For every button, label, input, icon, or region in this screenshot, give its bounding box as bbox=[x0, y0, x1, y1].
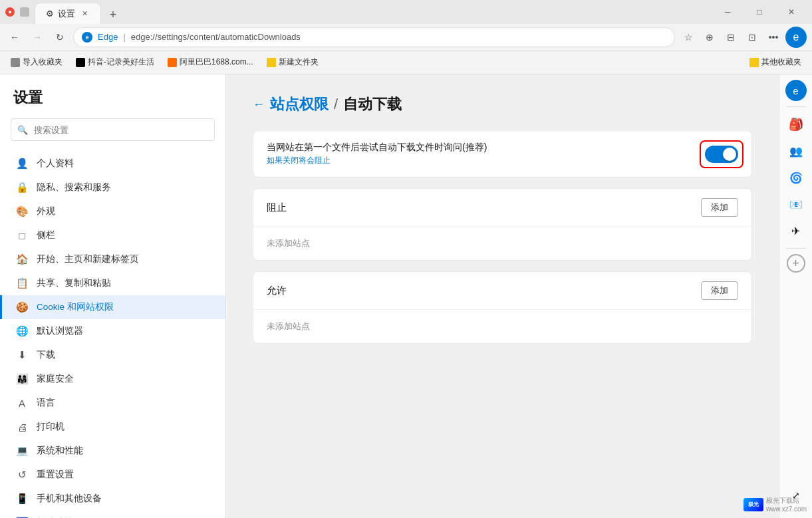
edge-sidebar-plane-icon[interactable]: ✈ bbox=[784, 219, 808, 243]
sidebar-nav-item-7[interactable]: 🌐 默认浏览器 bbox=[0, 319, 225, 343]
bookmark-other[interactable]: 其他收藏夹 bbox=[744, 55, 807, 70]
edge-sidebar-circle-icon[interactable]: 🌀 bbox=[784, 166, 808, 190]
breadcrumb-back-button[interactable]: ← bbox=[253, 98, 265, 112]
sidebar-nav-item-4[interactable]: 🏠 开始、主页和新建标签页 bbox=[0, 247, 225, 271]
bookmark-alibaba-label: 阿里巴巴1688.com... bbox=[180, 57, 253, 68]
sidebar-nav-item-5[interactable]: 📋 共享、复制和粘贴 bbox=[0, 271, 225, 295]
bookmark-tiktok[interactable]: 抖音-记录美好生活 bbox=[70, 55, 160, 70]
sidebar-nav-item-14[interactable]: 📱 手机和其他设备 bbox=[0, 487, 225, 511]
close-button[interactable]: ✕ bbox=[776, 0, 807, 24]
sidebar-nav-item-2[interactable]: 🎨 外观 bbox=[0, 199, 225, 223]
url-bar[interactable]: e Edge | edge://settings/content/automat… bbox=[73, 27, 675, 47]
nav-label-11: 打印机 bbox=[37, 421, 65, 433]
forward-button[interactable]: → bbox=[28, 28, 47, 47]
auto-download-toggle[interactable] bbox=[705, 146, 738, 163]
edge-sidebar-add-button[interactable]: + bbox=[787, 254, 805, 273]
more-button[interactable]: ••• bbox=[764, 28, 783, 47]
tab-close-button[interactable]: ✕ bbox=[79, 9, 90, 19]
block-empty-text: 未添加站点 bbox=[253, 227, 751, 260]
addressbar: ← → ↻ e Edge | edge://settings/content/a… bbox=[0, 24, 812, 51]
maximize-button[interactable]: □ bbox=[744, 0, 775, 24]
minimize-button[interactable]: ─ bbox=[712, 0, 743, 24]
nav-icon-14: 📱 bbox=[15, 492, 29, 505]
split-button[interactable]: ⊟ bbox=[722, 28, 740, 47]
nav-icon-2: 🎨 bbox=[15, 205, 29, 218]
nav-icon-1: 🔒 bbox=[15, 181, 29, 194]
sidebar-nav-item-1[interactable]: 🔒 隐私、搜索和服务 bbox=[0, 176, 225, 199]
bookmark-newfolder[interactable]: 新建文件夹 bbox=[261, 55, 324, 70]
search-input[interactable] bbox=[11, 118, 215, 141]
sidebar-nav-item-11[interactable]: 🖨 打印机 bbox=[0, 415, 225, 439]
traffic-light[interactable]: ● bbox=[5, 7, 15, 17]
settings-main: ← 站点权限 / 自动下载 当网站在第一个文件后尝试自动下载文件时询问(推荐) … bbox=[226, 74, 779, 518]
tab-strip-toggle[interactable] bbox=[20, 7, 29, 17]
nav-label-5: 共享、复制和粘贴 bbox=[37, 277, 111, 289]
bookmark-import[interactable]: 导入收藏夹 bbox=[5, 55, 68, 70]
nav-label-10: 语言 bbox=[37, 397, 55, 409]
settings-title: 设置 bbox=[0, 88, 225, 118]
toggle-label: 当网站在第一个文件后尝试自动下载文件时询问(推荐) bbox=[267, 142, 697, 154]
watermark-logo: 极光 bbox=[744, 498, 763, 511]
refresh-button[interactable]: ↻ bbox=[51, 28, 69, 47]
collections-button[interactable]: ⊕ bbox=[700, 28, 719, 47]
nav-label-7: 默认浏览器 bbox=[37, 325, 83, 337]
nav-icon-10: A bbox=[15, 396, 29, 410]
nav-icon-4: 🏠 bbox=[15, 253, 29, 266]
edge-sidebar-briefcase-icon[interactable]: 🎒 bbox=[784, 112, 808, 136]
allow-add-button[interactable]: 添加 bbox=[701, 281, 738, 300]
nav-icon-8: ⬇ bbox=[15, 348, 29, 362]
nav-icon-0: 👤 bbox=[15, 157, 29, 170]
url-separator: | bbox=[123, 32, 125, 42]
sidebar-nav-item-8[interactable]: ⬇ 下载 bbox=[0, 343, 225, 367]
block-add-button[interactable]: 添加 bbox=[701, 198, 738, 217]
bookmark-newfolder-label: 新建文件夹 bbox=[279, 57, 319, 68]
bookmark-alibaba[interactable]: 阿里巴巴1688.com... bbox=[162, 55, 259, 70]
breadcrumb-current: 自动下载 bbox=[343, 94, 402, 114]
profile-button[interactable]: ⊡ bbox=[743, 28, 761, 47]
bookmarks-bar: 导入收藏夹 抖音-记录美好生活 阿里巴巴1688.com... 新建文件夹 其他… bbox=[0, 51, 812, 74]
edge-sidebar-sep1 bbox=[786, 106, 806, 107]
bookmark-alibaba-icon bbox=[168, 58, 177, 67]
new-tab-button[interactable]: + bbox=[104, 5, 122, 24]
nav-label-3: 侧栏 bbox=[37, 229, 55, 241]
edge-sidebar-user-icon[interactable]: e bbox=[785, 80, 807, 101]
breadcrumb: ← 站点权限 / 自动下载 bbox=[253, 94, 752, 114]
nav-label-12: 系统和性能 bbox=[37, 445, 83, 457]
edge-brand-label: Edge bbox=[98, 32, 118, 42]
sidebar-nav-item-6[interactable]: 🍪 Cookie 和网站权限 bbox=[0, 295, 225, 319]
search-icon: 🔍 bbox=[17, 125, 28, 135]
sidebar-nav-item-13[interactable]: ↺ 重置设置 bbox=[0, 463, 225, 487]
titlebar: ● ⚙ 设置 ✕ + ─ □ ✕ bbox=[0, 0, 812, 24]
breadcrumb-separator: / bbox=[334, 96, 338, 113]
sidebar-nav-item-0[interactable]: 👤 个人资料 bbox=[0, 152, 225, 176]
allow-empty-text: 未添加站点 bbox=[253, 310, 751, 343]
sidebar-nav-item-3[interactable]: □ 侧栏 bbox=[0, 223, 225, 247]
block-section-card: 阻止 添加 未添加站点 bbox=[253, 188, 752, 261]
edge-sidebar-mail-icon[interactable]: 📧 bbox=[784, 192, 808, 216]
nav-label-13: 重置设置 bbox=[37, 469, 74, 481]
nav-label-9: 家庭安全 bbox=[37, 373, 74, 385]
bookmark-import-icon bbox=[11, 58, 20, 67]
addressbar-icons: ☆ ⊕ ⊟ ⊡ ••• e bbox=[679, 27, 807, 48]
back-button[interactable]: ← bbox=[5, 28, 24, 47]
nav-label-4: 开始、主页和新建标签页 bbox=[37, 253, 139, 265]
nav-label-6: Cookie 和网站权限 bbox=[37, 301, 114, 313]
sidebar-nav-item-9[interactable]: 👨‍👩‍👧 家庭安全 bbox=[0, 367, 225, 391]
sidebar-nav-item-10[interactable]: A 语言 bbox=[0, 391, 225, 415]
active-tab[interactable]: ⚙ 设置 ✕ bbox=[35, 3, 101, 24]
nav-items-container: 👤 个人资料 🔒 隐私、搜索和服务 🎨 外观 □ 侧栏 🏠 开始、主页和新建标签… bbox=[0, 152, 225, 518]
bookmark-tiktok-label: 抖音-记录美好生活 bbox=[88, 57, 154, 68]
favorites-button[interactable]: ☆ bbox=[679, 28, 698, 47]
edge-sidebar-people-icon[interactable]: 👥 bbox=[784, 139, 808, 163]
bookmark-other-icon bbox=[749, 58, 759, 67]
sidebar-nav-item-12[interactable]: 💻 系统和性能 bbox=[0, 439, 225, 463]
search-box: 🔍 bbox=[11, 118, 215, 141]
edge-favicon: e bbox=[82, 32, 92, 43]
url-path: edge://settings/content/automaticDownloa… bbox=[131, 32, 301, 42]
edge-logo-button[interactable]: e bbox=[785, 27, 807, 48]
nav-icon-9: 👨‍👩‍👧 bbox=[15, 372, 29, 386]
nav-label-2: 外观 bbox=[37, 205, 55, 217]
sidebar-nav-item-15[interactable]: ♿ 辅助功能 bbox=[0, 511, 225, 518]
nav-icon-5: 📋 bbox=[15, 277, 29, 290]
edge-right-sidebar: e 🎒 👥 🌀 📧 ✈ + ⤢ bbox=[779, 74, 812, 518]
